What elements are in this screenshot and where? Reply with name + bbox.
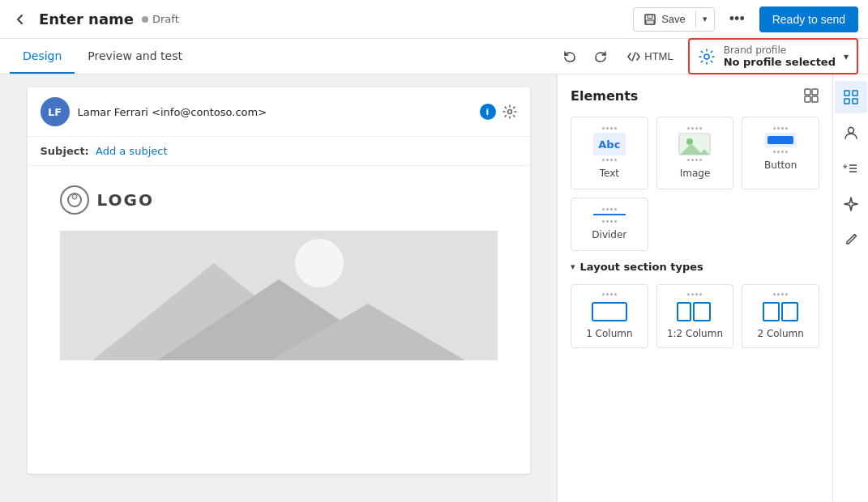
svg-point-8 xyxy=(295,239,344,287)
far-right-elements-button[interactable] xyxy=(835,81,867,113)
svg-rect-1 xyxy=(648,15,652,19)
elements-title: Elements xyxy=(571,88,638,104)
1col-label: 1 Column xyxy=(586,328,632,339)
draft-label: Draft xyxy=(152,13,179,25)
conditions-icon: * xyxy=(843,160,859,177)
svg-point-6 xyxy=(72,194,77,199)
12col-icon xyxy=(677,302,712,321)
divider-element-icon xyxy=(593,208,626,223)
ai-sparkle-icon xyxy=(843,196,859,212)
email-subject: Subject: Add a subject xyxy=(28,137,530,166)
email-container: LF Lamar Ferrari <info@contoso.com> i Su… xyxy=(28,87,530,474)
svg-rect-12 xyxy=(805,89,810,95)
settings-icon[interactable] xyxy=(502,104,517,119)
svg-rect-13 xyxy=(812,89,818,95)
email-header-actions: i xyxy=(480,104,517,120)
far-right-personalize-button[interactable] xyxy=(835,117,867,149)
dots xyxy=(773,293,788,296)
tab-preview-test[interactable]: Preview and test xyxy=(75,40,195,74)
chevron-down-icon: ▾ xyxy=(844,51,849,62)
svg-rect-15 xyxy=(812,96,818,102)
redo-button[interactable] xyxy=(588,45,613,69)
logo-icon xyxy=(60,185,89,215)
far-right-panel: * xyxy=(832,74,868,502)
layout-section-header: ▾ Layout section types xyxy=(571,261,819,273)
brand-profile-text: Brand profile No profile selected xyxy=(724,45,836,68)
brand-profile-label: Brand profile xyxy=(724,45,836,56)
avatar: LF xyxy=(41,97,70,126)
text-label: Text xyxy=(600,168,619,179)
page-title: Enter name xyxy=(39,11,134,28)
sender-name: Lamar Ferrari <info@contoso.com> xyxy=(78,106,267,118)
dots xyxy=(602,293,617,296)
far-right-ai-button[interactable] xyxy=(835,188,867,220)
right-panel-scroll: Elements Abc Text xyxy=(558,74,832,502)
1col-icon xyxy=(592,302,627,321)
more-options-button[interactable]: ••• xyxy=(721,6,753,32)
svg-rect-14 xyxy=(805,96,810,102)
subject-prefix: Subject: xyxy=(41,145,89,157)
divider-label: Divider xyxy=(592,229,626,240)
logo-text: LOGO xyxy=(97,190,154,210)
2col-icon xyxy=(763,302,798,321)
draft-badge: Draft xyxy=(142,13,179,25)
svg-point-4 xyxy=(507,110,511,114)
brand-profile-selector[interactable]: Brand profile No profile selected ▾ xyxy=(688,38,858,74)
far-right-edit-button[interactable] xyxy=(835,223,867,256)
svg-text:*: * xyxy=(843,162,848,175)
email-canvas: LF Lamar Ferrari <info@contoso.com> i Su… xyxy=(0,74,557,502)
image-placeholder xyxy=(60,231,498,360)
save-label: Save xyxy=(661,13,686,25)
element-text[interactable]: Abc Text xyxy=(571,117,648,189)
person-icon xyxy=(843,125,859,141)
image-element-icon xyxy=(678,127,711,161)
element-image[interactable]: Image xyxy=(656,117,734,189)
add-subject-link[interactable]: Add a subject xyxy=(96,145,168,157)
layout-section-label: Layout section types xyxy=(580,261,703,273)
info-icon[interactable]: i xyxy=(480,104,496,120)
layout-1col[interactable]: 1 Column xyxy=(571,284,648,348)
main-layout: LF Lamar Ferrari <info@contoso.com> i Su… xyxy=(0,74,868,502)
svg-point-23 xyxy=(848,128,853,134)
svg-rect-20 xyxy=(853,91,857,96)
sub-nav: Design Preview and test HTML Brand profi… xyxy=(0,39,868,74)
save-button-group: Save ▾ xyxy=(633,7,715,32)
image-label: Image xyxy=(680,168,711,179)
sub-nav-right: HTML Brand profile No profile selected ▾ xyxy=(558,38,858,74)
2col-label: 2 Column xyxy=(757,328,803,339)
ready-to-send-button[interactable]: Ready to send xyxy=(759,6,858,32)
tab-bar: Design Preview and test xyxy=(10,40,195,74)
svg-rect-2 xyxy=(646,20,654,24)
element-button[interactable]: Button xyxy=(742,117,819,189)
layout-12col[interactable]: 1:2 Column xyxy=(656,284,734,348)
svg-rect-19 xyxy=(844,91,849,96)
button-element-icon xyxy=(764,127,797,153)
button-label: Button xyxy=(764,160,797,171)
svg-rect-22 xyxy=(853,99,857,104)
undo-button[interactable] xyxy=(558,45,582,69)
dots xyxy=(687,293,702,296)
more-icon: ••• xyxy=(729,11,745,27)
draft-dot xyxy=(142,16,148,23)
layout-2col[interactable]: 2 Column xyxy=(742,284,819,348)
html-label: HTML xyxy=(644,50,673,62)
text-element-icon: Abc xyxy=(593,127,626,161)
12col-label: 1:2 Column xyxy=(667,328,723,339)
elements-section: Elements Abc Text xyxy=(558,74,832,361)
html-button[interactable]: HTML xyxy=(619,45,681,68)
elements-layout-icon xyxy=(803,87,819,104)
brand-profile-value: No profile selected xyxy=(724,56,836,68)
save-dropdown-button[interactable]: ▾ xyxy=(696,9,714,29)
layout-chevron-icon[interactable]: ▾ xyxy=(571,262,575,272)
far-right-conditions-button[interactable]: * xyxy=(835,152,867,185)
grid-icon xyxy=(843,89,859,105)
element-divider[interactable]: Divider xyxy=(571,198,648,251)
elements-grid: Abc Text xyxy=(571,117,819,189)
top-bar: Enter name Draft Save ▾ ••• Ready to sen… xyxy=(0,0,868,39)
logo-section: LOGO xyxy=(60,185,498,215)
svg-point-3 xyxy=(704,54,709,59)
save-button[interactable]: Save xyxy=(634,8,695,31)
back-button[interactable] xyxy=(10,9,31,30)
tab-design[interactable]: Design xyxy=(10,40,75,74)
svg-rect-21 xyxy=(844,99,849,104)
